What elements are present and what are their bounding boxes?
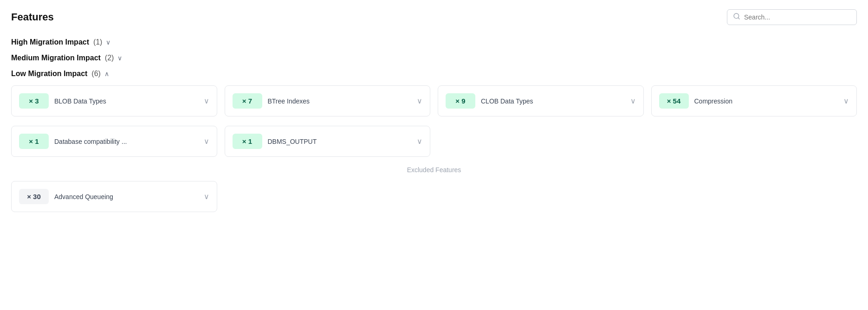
feature-card-advanced-queueing[interactable]: × 30 Advanced Queueing ∨ bbox=[11, 181, 217, 212]
label-advanced-queueing: Advanced Queueing bbox=[54, 193, 198, 200]
chevron-down-icon-compression: ∨ bbox=[843, 97, 849, 105]
section-header-medium[interactable]: Medium Migration Impact (2) ∨ bbox=[11, 54, 857, 62]
feature-card-blob[interactable]: × 3 BLOB Data Types ∨ bbox=[11, 85, 217, 116]
section-high-migration: High Migration Impact (1) ∨ bbox=[11, 38, 857, 46]
section-low-migration: Low Migration Impact (6) ∧ × 3 BLOB Data… bbox=[11, 70, 857, 157]
chevron-down-icon-medium: ∨ bbox=[117, 54, 122, 62]
label-dbms: DBMS_OUTPUT bbox=[268, 138, 412, 145]
label-dbcompat: Database compatibility ... bbox=[54, 138, 198, 145]
badge-advanced-queueing: × 30 bbox=[19, 189, 49, 204]
page-title: Features bbox=[11, 11, 54, 23]
label-compression: Compression bbox=[694, 97, 838, 105]
chevron-down-icon-advanced-queueing: ∨ bbox=[204, 192, 209, 201]
section-title-low: Low Migration Impact (6) bbox=[11, 70, 101, 78]
feature-card-clob[interactable]: × 9 CLOB Data Types ∨ bbox=[438, 85, 644, 116]
chevron-down-icon-btree: ∨ bbox=[417, 97, 422, 105]
badge-clob: × 9 bbox=[446, 93, 475, 109]
chevron-down-icon-dbcompat: ∨ bbox=[204, 137, 209, 146]
section-count-low: (6) bbox=[91, 70, 101, 78]
low-impact-cards-row1: × 3 BLOB Data Types ∨ × 7 BTree Indexes … bbox=[11, 85, 857, 116]
section-header-high[interactable]: High Migration Impact (1) ∨ bbox=[11, 38, 857, 46]
section-medium-migration: Medium Migration Impact (2) ∨ bbox=[11, 54, 857, 62]
feature-card-compression[interactable]: × 54 Compression ∨ bbox=[651, 85, 857, 116]
feature-card-dbms[interactable]: × 1 DBMS_OUTPUT ∨ bbox=[225, 126, 431, 157]
feature-card-btree[interactable]: × 7 BTree Indexes ∨ bbox=[225, 85, 431, 116]
page-header: Features bbox=[11, 9, 857, 25]
search-input[interactable] bbox=[744, 13, 851, 21]
section-count-high: (1) bbox=[93, 38, 103, 46]
label-clob: CLOB Data Types bbox=[481, 97, 625, 105]
badge-compression: × 54 bbox=[659, 93, 689, 109]
chevron-down-icon-high: ∨ bbox=[106, 39, 110, 46]
chevron-down-icon-blob: ∨ bbox=[204, 97, 209, 105]
section-count-medium: (2) bbox=[105, 54, 114, 62]
section-title-medium: Medium Migration Impact (2) bbox=[11, 54, 114, 62]
chevron-down-icon-clob: ∨ bbox=[630, 97, 636, 105]
svg-line-1 bbox=[738, 18, 739, 19]
badge-dbms: × 1 bbox=[233, 134, 262, 149]
excluded-label: Excluded Features bbox=[407, 166, 461, 174]
chevron-up-icon-low: ∧ bbox=[104, 70, 109, 78]
excluded-divider: Excluded Features bbox=[11, 166, 857, 174]
label-btree: BTree Indexes bbox=[268, 97, 412, 105]
section-header-low[interactable]: Low Migration Impact (6) ∧ bbox=[11, 70, 857, 78]
search-icon bbox=[733, 13, 740, 22]
section-title-high: High Migration Impact (1) bbox=[11, 38, 102, 46]
badge-dbcompat: × 1 bbox=[19, 134, 49, 149]
feature-card-dbcompat[interactable]: × 1 Database compatibility ... ∨ bbox=[11, 126, 217, 157]
chevron-down-icon-dbms: ∨ bbox=[417, 137, 422, 146]
badge-blob: × 3 bbox=[19, 93, 49, 109]
badge-btree: × 7 bbox=[233, 93, 262, 109]
search-wrapper bbox=[727, 9, 857, 25]
low-impact-cards-row2: × 1 Database compatibility ... ∨ × 1 DBM… bbox=[11, 126, 857, 157]
label-blob: BLOB Data Types bbox=[54, 97, 198, 105]
excluded-cards: × 30 Advanced Queueing ∨ bbox=[11, 181, 857, 212]
